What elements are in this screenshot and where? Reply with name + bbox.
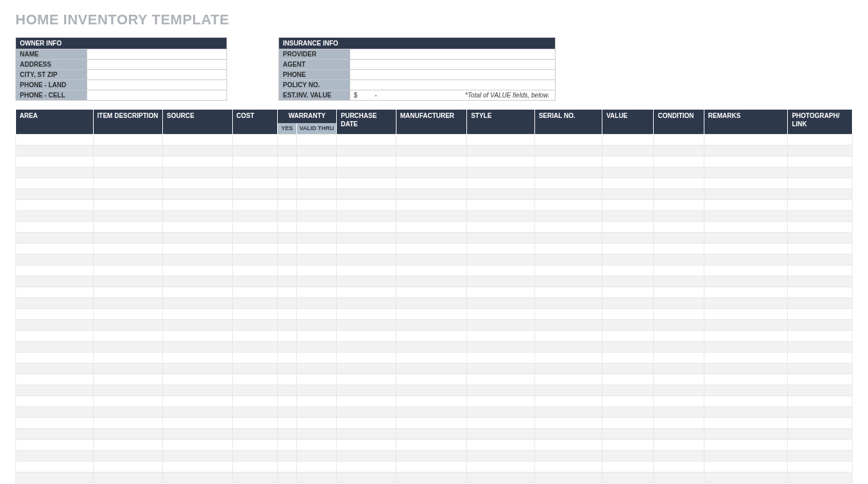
cell[interactable] [296, 276, 336, 287]
cell[interactable] [602, 254, 654, 265]
cell[interactable] [602, 374, 654, 385]
cell[interactable] [704, 287, 788, 297]
cell[interactable] [467, 374, 534, 385]
cell[interactable] [232, 363, 277, 374]
cell[interactable] [163, 167, 232, 178]
cell[interactable] [788, 417, 853, 428]
cell[interactable] [704, 385, 788, 396]
cell[interactable] [337, 178, 396, 188]
cell[interactable] [277, 374, 296, 385]
cell[interactable] [467, 221, 534, 232]
cell[interactable] [277, 428, 296, 439]
cell[interactable] [788, 221, 853, 232]
cell[interactable] [232, 417, 277, 428]
cell[interactable] [232, 243, 277, 254]
cell[interactable] [277, 178, 296, 188]
cell[interactable] [788, 319, 853, 330]
cell[interactable] [93, 363, 162, 374]
cell[interactable] [467, 417, 534, 428]
cell[interactable] [396, 134, 467, 145]
cell[interactable] [16, 188, 94, 199]
cell[interactable] [788, 287, 853, 297]
cell[interactable] [16, 308, 94, 319]
cell[interactable] [296, 188, 336, 199]
cell[interactable] [232, 167, 277, 178]
cell[interactable] [534, 417, 602, 428]
cell[interactable] [704, 428, 788, 439]
cell[interactable] [232, 308, 277, 319]
cell[interactable] [337, 232, 396, 243]
owner-address-value[interactable] [87, 60, 226, 70]
cell[interactable] [654, 210, 704, 221]
cell[interactable] [534, 221, 602, 232]
cell[interactable] [232, 210, 277, 221]
cell[interactable] [163, 461, 232, 472]
cell[interactable] [93, 243, 162, 254]
cell[interactable] [163, 210, 232, 221]
cell[interactable] [277, 188, 296, 199]
cell[interactable] [654, 406, 704, 417]
cell[interactable] [277, 308, 296, 319]
cell[interactable] [467, 232, 534, 243]
cell[interactable] [396, 145, 467, 156]
cell[interactable] [93, 330, 162, 341]
cell[interactable] [704, 221, 788, 232]
cell[interactable] [337, 243, 396, 254]
cell[interactable] [296, 341, 336, 352]
cell[interactable] [396, 330, 467, 341]
cell[interactable] [534, 396, 602, 406]
cell[interactable] [654, 276, 704, 287]
cell[interactable] [93, 341, 162, 352]
cell[interactable] [296, 232, 336, 243]
cell[interactable] [396, 243, 467, 254]
cell[interactable] [93, 308, 162, 319]
cell[interactable] [654, 145, 704, 156]
cell[interactable] [467, 319, 534, 330]
cell[interactable] [602, 439, 654, 450]
cell[interactable] [337, 439, 396, 450]
cell[interactable] [396, 428, 467, 439]
cell[interactable] [788, 396, 853, 406]
cell[interactable] [602, 297, 654, 308]
cell[interactable] [788, 265, 853, 276]
cell[interactable] [534, 363, 602, 374]
cell[interactable] [296, 199, 336, 210]
cell[interactable] [534, 254, 602, 265]
cell[interactable] [534, 428, 602, 439]
cell[interactable] [704, 156, 788, 167]
cell[interactable] [602, 287, 654, 297]
cell[interactable] [654, 461, 704, 472]
cell[interactable] [337, 210, 396, 221]
cell[interactable] [16, 167, 94, 178]
cell[interactable] [277, 287, 296, 297]
cell[interactable] [337, 374, 396, 385]
cell[interactable] [163, 243, 232, 254]
cell[interactable] [16, 330, 94, 341]
cell[interactable] [602, 232, 654, 243]
cell[interactable] [16, 232, 94, 243]
cell[interactable] [232, 178, 277, 188]
cell[interactable] [788, 472, 853, 483]
cell[interactable] [296, 308, 336, 319]
insurance-policy-value[interactable] [350, 80, 555, 90]
cell[interactable] [704, 276, 788, 287]
cell[interactable] [654, 167, 704, 178]
cell[interactable] [16, 145, 94, 156]
cell[interactable] [337, 221, 396, 232]
cell[interactable] [396, 199, 467, 210]
cell[interactable] [654, 297, 704, 308]
cell[interactable] [654, 472, 704, 483]
cell[interactable] [602, 428, 654, 439]
cell[interactable] [396, 374, 467, 385]
cell[interactable] [704, 199, 788, 210]
cell[interactable] [396, 352, 467, 363]
cell[interactable] [232, 276, 277, 287]
cell[interactable] [704, 439, 788, 450]
cell[interactable] [337, 276, 396, 287]
cell[interactable] [93, 156, 162, 167]
cell[interactable] [396, 319, 467, 330]
cell[interactable] [163, 472, 232, 483]
cell[interactable] [163, 428, 232, 439]
cell[interactable] [277, 232, 296, 243]
cell[interactable] [704, 406, 788, 417]
